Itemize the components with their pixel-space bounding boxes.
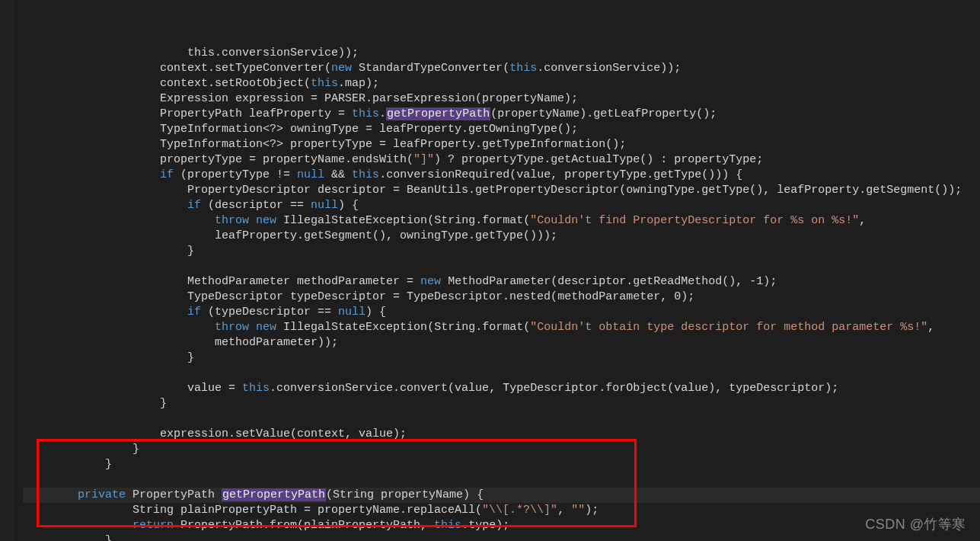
code-line[interactable]: } — [23, 244, 980, 259]
code-token: private — [78, 488, 126, 501]
code-token: throw — [215, 321, 249, 334]
code-token: expression.setValue(context, value); — [160, 427, 407, 440]
code-token: this.conversionService)); — [187, 46, 359, 59]
code-line[interactable]: PropertyDescriptor descriptor = BeanUtil… — [23, 183, 980, 198]
code-content[interactable]: this.conversionService)); context.setTyp… — [23, 46, 980, 541]
code-token: "]" — [413, 153, 434, 166]
code-line[interactable]: } — [23, 351, 980, 366]
code-token: String plainPropertyPath = propertyName.… — [132, 504, 482, 517]
code-line[interactable]: context.setRootObject(this.map); — [23, 76, 980, 91]
code-token: this — [434, 519, 461, 532]
code-line[interactable]: propertyType = propertyName.endsWith("]"… — [23, 152, 980, 168]
code-line[interactable]: String plainPropertyPath = propertyName.… — [23, 503, 980, 518]
code-line[interactable]: } — [23, 457, 980, 472]
code-token: (typeDescriptor == — [201, 306, 338, 319]
code-token: } — [105, 534, 112, 541]
code-token: Expression expression = PARSER.parseExpr… — [160, 92, 578, 105]
code-token: this — [311, 77, 338, 90]
editor-gutter — [0, 0, 14, 541]
code-line[interactable]: private PropertyPath getPropertyPath(Str… — [23, 488, 980, 503]
code-token: context.setTypeConverter( — [160, 62, 331, 75]
code-token: IllegalStateException(String.format( — [276, 214, 530, 227]
code-line[interactable]: TypeInformation<?> owningType = leafProp… — [23, 122, 980, 137]
code-token: "Couldn't obtain type descriptor for met… — [530, 321, 927, 334]
code-token: TypeInformation<?> propertyType = leafPr… — [160, 138, 626, 151]
code-token: return — [132, 519, 174, 532]
code-line[interactable]: if (descriptor == null) { — [23, 198, 980, 213]
code-token: ) ? propertyType.getActualType() : prope… — [434, 153, 763, 166]
code-token: propertyType = propertyName.endsWith( — [160, 153, 413, 166]
code-token: null — [338, 306, 366, 319]
code-token: throw — [215, 214, 249, 227]
code-token: } — [132, 443, 139, 456]
code-token: new — [331, 62, 352, 75]
code-line[interactable]: if (propertyType != null && this.convers… — [23, 168, 980, 183]
code-token: (propertyName).getLeafProperty(); — [490, 107, 717, 120]
code-token: ) { — [366, 306, 386, 319]
code-token — [249, 214, 256, 227]
code-token: && — [324, 168, 352, 181]
code-token: this — [352, 168, 379, 181]
code-token: .conversionService)); — [537, 62, 681, 75]
code-token: value = — [187, 382, 242, 395]
code-token: if — [187, 306, 201, 319]
code-token: .type); — [461, 519, 509, 532]
code-line[interactable]: throw new IllegalStateException(String.f… — [23, 213, 980, 229]
code-token: StandardTypeConverter( — [352, 62, 509, 75]
code-token: , — [859, 214, 866, 227]
code-line[interactable]: this.conversionService)); — [23, 46, 980, 61]
code-token: IllegalStateException(String.format( — [276, 321, 530, 334]
code-line[interactable] — [23, 366, 980, 381]
code-token: null — [297, 168, 324, 181]
code-line[interactable]: if (typeDescriptor == null) { — [23, 305, 980, 320]
code-line[interactable] — [23, 472, 980, 488]
code-token: this — [242, 382, 270, 395]
code-line[interactable]: methodParameter)); — [23, 335, 980, 351]
code-token: . — [379, 107, 386, 120]
code-line[interactable]: } — [23, 396, 980, 411]
code-line[interactable]: throw new IllegalStateException(String.f… — [23, 320, 980, 335]
code-token: PropertyPath leafProperty = — [160, 107, 352, 120]
code-line[interactable]: expression.setValue(context, value); — [23, 427, 980, 442]
code-token: new — [256, 321, 276, 334]
code-token: "Couldn't find PropertyDescriptor for %s… — [530, 214, 859, 227]
code-line[interactable] — [23, 259, 980, 274]
code-token: MethodParameter methodParameter = — [187, 275, 420, 288]
code-token: if — [187, 199, 201, 212]
code-line[interactable]: } — [23, 442, 980, 457]
code-line[interactable]: context.setTypeConverter(new StandardTyp… — [23, 61, 980, 76]
code-token: .map); — [338, 77, 379, 90]
code-line[interactable]: MethodParameter methodParameter = new Me… — [23, 274, 980, 290]
code-token: if — [160, 168, 174, 181]
code-line[interactable]: return PropertyPath.from(plainPropertyPa… — [23, 518, 980, 533]
code-line[interactable]: Expression expression = PARSER.parseExpr… — [23, 91, 980, 107]
code-token: } — [105, 458, 112, 471]
code-token: } — [187, 351, 194, 364]
code-token: , — [927, 321, 934, 334]
code-token: methodParameter)); — [215, 336, 338, 349]
code-line[interactable]: TypeDescriptor typeDescriptor = TypeDesc… — [23, 290, 980, 305]
code-token: "\\[.*?\\]" — [482, 504, 557, 517]
code-token: context.setRootObject( — [160, 77, 311, 90]
code-token: MethodParameter(descriptor.getReadMethod… — [441, 275, 777, 288]
code-token: new — [420, 275, 441, 288]
code-line[interactable]: } — [23, 533, 980, 541]
code-editor[interactable]: this.conversionService)); context.setTyp… — [0, 0, 980, 541]
code-token — [249, 321, 256, 334]
code-line[interactable]: TypeInformation<?> propertyType = leafPr… — [23, 137, 980, 152]
code-token: getPropertyPath — [386, 107, 490, 120]
code-token: TypeDescriptor typeDescriptor = TypeDesc… — [187, 290, 694, 303]
code-token: leafProperty.getSegment(), owningType.ge… — [215, 229, 557, 242]
code-token: new — [256, 214, 276, 227]
code-token: (String propertyName) { — [326, 488, 484, 501]
code-line[interactable] — [23, 411, 980, 427]
code-token: ); — [585, 504, 599, 517]
code-token: (descriptor == — [201, 199, 311, 212]
code-token: .conversionRequired(value, propertyType.… — [379, 168, 742, 181]
code-token: } — [160, 397, 167, 410]
code-line[interactable]: value = this.conversionService.convert(v… — [23, 381, 980, 396]
watermark-text: CSDN @竹等寒 — [865, 517, 966, 532]
code-line[interactable]: leafProperty.getSegment(), owningType.ge… — [23, 229, 980, 244]
code-token: PropertyPath.from(plainPropertyPath, — [174, 519, 434, 532]
code-line[interactable]: PropertyPath leafProperty = this.getProp… — [23, 107, 980, 122]
